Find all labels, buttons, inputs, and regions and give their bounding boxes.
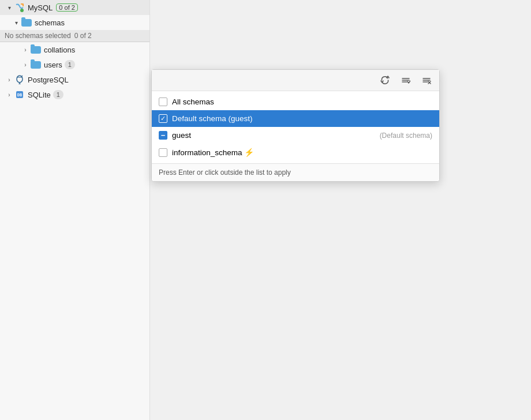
lightning-icon: ⚡ — [244, 148, 254, 157]
users-count: 1 — [65, 60, 75, 69]
chevron-right-icon: › — [5, 92, 14, 98]
sidebar-item-mysql[interactable]: ▾ MySQL 0 of 2 — [0, 0, 149, 15]
svg-line-2 — [21, 76, 23, 77]
collations-label: collations — [44, 46, 75, 54]
sidebar: ▾ MySQL 0 of 2 ▾ schemas No schemas sele… — [0, 0, 150, 420]
deselect-all-button[interactable] — [420, 73, 433, 87]
postgresql-label: PostgreSQL — [28, 76, 69, 84]
sidebar-item-postgresql[interactable]: › PostgreSQL — [0, 72, 149, 87]
schemas-count: 0 of 2 — [74, 32, 92, 40]
mysql-icon — [14, 3, 25, 12]
chevron-right-icon: › — [5, 77, 14, 83]
information-schema-label: information_schema ⚡ — [172, 148, 432, 157]
sqlite-count: 1 — [53, 90, 63, 99]
schema-list: All schemas ✓ Default schema (guest) − g… — [152, 91, 439, 163]
information-schema-checkbox[interactable] — [159, 148, 167, 157]
chevron-down-icon: ▾ — [12, 20, 21, 26]
mysql-badge: 0 of 2 — [56, 3, 78, 12]
list-item-all-schemas[interactable]: All schemas — [152, 93, 439, 110]
schemas-label: schemas — [35, 18, 65, 27]
folder-icon — [30, 60, 42, 69]
refresh-button[interactable] — [378, 73, 392, 87]
list-item-guest[interactable]: − guest (Default schema) — [152, 127, 439, 144]
sidebar-item-schemas[interactable]: ▾ schemas — [0, 15, 149, 30]
sqlite-label: SQLite — [28, 91, 51, 99]
svg-text:DB: DB — [17, 93, 22, 97]
schemas-status-bar: No schemas selected 0 of 2 — [0, 30, 149, 42]
all-schemas-checkbox[interactable] — [159, 97, 167, 106]
sidebar-item-sqlite[interactable]: › DB SQLite 1 — [0, 87, 149, 102]
folder-icon — [21, 18, 32, 27]
guest-subtext: (Default schema) — [380, 132, 432, 140]
folder-icon — [30, 45, 42, 54]
list-item-information-schema[interactable]: information_schema ⚡ — [152, 144, 439, 161]
schema-selector-dropdown: All schemas ✓ Default schema (guest) − g… — [151, 69, 440, 182]
footer-text: Press Enter or click outside the list to… — [159, 168, 291, 177]
guest-checkbox[interactable]: − — [159, 131, 167, 140]
guest-label: guest — [172, 131, 373, 140]
users-label: users — [44, 61, 62, 69]
mysql-label: MySQL — [28, 3, 53, 12]
svg-point-0 — [20, 9, 24, 12]
dropdown-footer: Press Enter or click outside the list to… — [152, 163, 439, 181]
sidebar-item-users[interactable]: › users 1 — [0, 57, 149, 72]
chevron-right-icon: › — [21, 62, 30, 68]
dropdown-toolbar — [152, 70, 439, 91]
chevron-right-icon: › — [21, 47, 30, 53]
sqlite-icon: DB — [14, 90, 25, 99]
chevron-down-icon: ▾ — [5, 5, 14, 11]
schemas-status-text: No schemas selected — [5, 32, 71, 40]
default-schema-label: Default schema (guest) — [172, 114, 432, 123]
sidebar-item-collations[interactable]: › collations — [0, 42, 149, 57]
select-all-button[interactable] — [399, 73, 413, 87]
all-schemas-label: All schemas — [172, 97, 432, 106]
list-item-default-schema[interactable]: ✓ Default schema (guest) — [152, 110, 439, 127]
default-schema-checkbox[interactable]: ✓ — [159, 114, 167, 123]
postgresql-icon — [14, 75, 25, 84]
